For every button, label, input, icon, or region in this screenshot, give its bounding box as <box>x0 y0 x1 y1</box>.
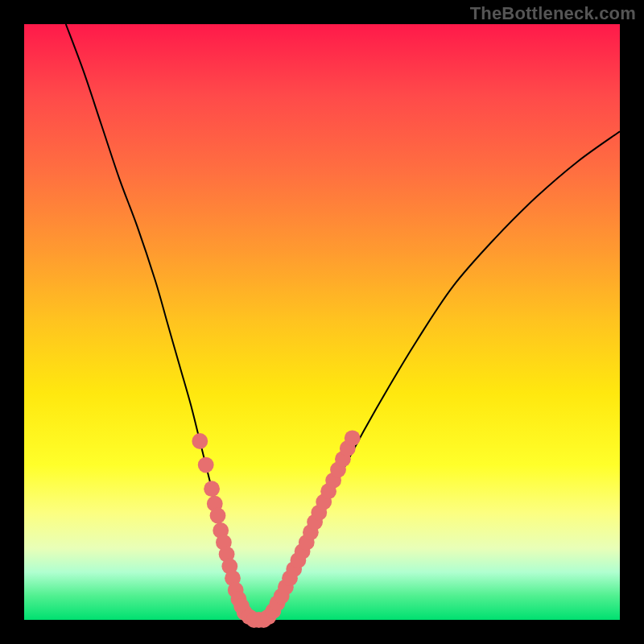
data-marker <box>198 457 214 473</box>
data-marker <box>204 481 220 497</box>
chart-frame: TheBottleneck.com <box>0 0 644 644</box>
data-marker <box>192 433 208 449</box>
chart-svg <box>24 24 620 620</box>
marker-layer <box>192 430 360 627</box>
data-marker <box>210 508 226 524</box>
data-marker <box>345 430 361 446</box>
bottleneck-curve <box>66 24 620 622</box>
watermark-text: TheBottleneck.com <box>470 3 636 24</box>
curve-layer <box>66 24 620 622</box>
